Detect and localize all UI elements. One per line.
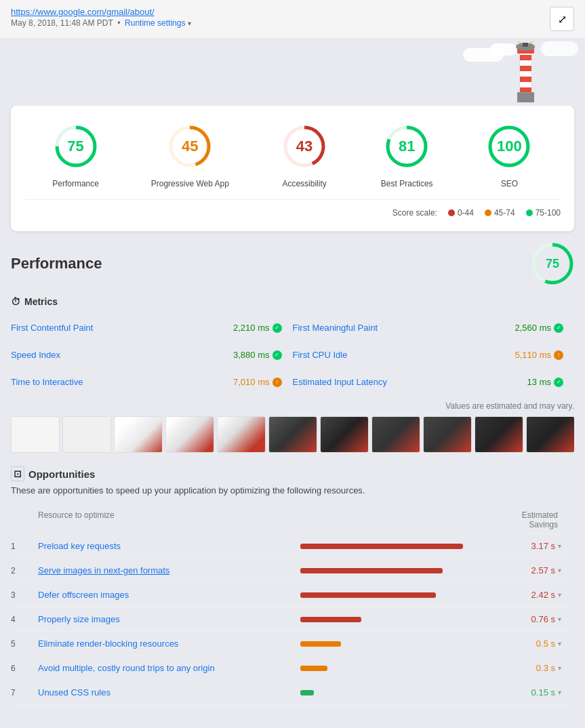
opp-number: 6	[11, 664, 38, 673]
score-item-performance: 75 Performance	[49, 119, 103, 188]
filmstrip-frame	[526, 416, 574, 453]
filmstrip-frame	[11, 416, 60, 453]
opp-savings: 3.17 s	[504, 541, 555, 551]
opp-name[interactable]: Eliminate render-blocking resources	[38, 639, 300, 649]
scale-item: 75-100	[526, 208, 561, 218]
opp-name[interactable]: Serve images in next-gen formats	[38, 565, 300, 575]
metric-name[interactable]: Time to Interactive	[11, 377, 83, 387]
score-scale-row: Score scale: 0-44 45-74 75-100	[24, 199, 561, 218]
opportunities-title: Opportunities	[28, 468, 95, 480]
filmstrip-frame	[371, 416, 420, 453]
opp-name[interactable]: Defer offscreen images	[38, 590, 300, 600]
opp-name[interactable]: Unused CSS rules	[38, 687, 300, 697]
metric-name[interactable]: Estimated Input Latency	[293, 377, 387, 387]
score-num-performance: 75	[67, 138, 83, 155]
chevron-down-icon[interactable]: ▾	[558, 664, 574, 672]
estimated-note: Values are estimated and may vary.	[11, 401, 574, 411]
metric-row: Speed Index 3,880 ms ✓	[11, 342, 293, 369]
svg-rect-4	[520, 77, 531, 82]
main-content: Performance 75 ⏱ Metrics First Contentfu…	[0, 231, 585, 716]
opp-bar	[300, 544, 463, 549]
opp-savings: 2.42 s	[504, 590, 555, 600]
metric-row: Estimated Input Latency 13 ms ✓	[293, 369, 575, 396]
scores-row: 75 Performance 45 Progressive Web App 43…	[24, 119, 561, 188]
page-url[interactable]: https://www.google.com/gmail/about/	[11, 7, 191, 17]
opp-number: 4	[11, 615, 38, 624]
opportunities-section: ⊡ Opportunities These are opportunities …	[11, 466, 574, 705]
opportunity-row: 3 Defer offscreen images 2.42 s ▾	[11, 583, 574, 607]
opp-bar-wrap	[300, 568, 504, 573]
share-icon: ⤢	[558, 13, 567, 26]
score-item-seo: 100 SEO	[482, 119, 536, 188]
opportunities-list: 1 Preload key requests 3.17 s ▾ 2 Serve …	[11, 534, 574, 705]
opportunity-row: 1 Preload key requests 3.17 s ▾	[11, 534, 574, 559]
chevron-down-icon[interactable]: ▾	[558, 640, 574, 647]
score-circle-performance: 75	[49, 119, 103, 174]
opp-number: 2	[11, 566, 38, 575]
scale-item: 45-74	[485, 208, 515, 218]
opp-bar	[300, 666, 327, 671]
opp-savings: 0.3 s	[504, 663, 555, 673]
opportunities-description: These are opportunities to speed up your…	[11, 485, 574, 496]
opp-bar-wrap	[300, 617, 504, 622]
dropdown-arrow: ▾	[188, 20, 191, 27]
svg-rect-3	[520, 66, 531, 71]
svg-rect-0	[517, 92, 534, 102]
opp-bar-wrap	[300, 641, 504, 647]
opp-savings: 0.5 s	[504, 639, 555, 649]
opp-savings: 2.57 s	[504, 565, 555, 575]
opp-name[interactable]: Preload key requests	[38, 541, 300, 551]
score-item-pwa: 45 Progressive Web App	[151, 119, 229, 188]
perf-score-value: 75	[546, 257, 559, 271]
svg-rect-10	[523, 43, 528, 47]
chevron-down-icon[interactable]: ▾	[558, 591, 574, 599]
metric-value: 5,110 ms !	[515, 350, 563, 360]
chevron-down-icon[interactable]: ▾	[558, 567, 574, 574]
status-dot-green: ✓	[273, 350, 282, 360]
chevron-down-icon[interactable]: ▾	[558, 542, 574, 550]
scale-range: 75-100	[536, 208, 561, 218]
metric-row: First CPU Idle 5,110 ms !	[293, 342, 575, 369]
scale-label: Score scale:	[392, 208, 437, 218]
opp-bar-wrap	[300, 690, 504, 695]
metric-name[interactable]: First CPU Idle	[293, 350, 348, 360]
col-resource-label: Resource to optimize	[38, 510, 300, 529]
status-dot-green: ✓	[554, 323, 563, 333]
chevron-down-icon[interactable]: ▾	[558, 689, 574, 696]
opp-bar	[300, 690, 314, 695]
score-num-pwa: 45	[182, 138, 198, 155]
metric-value: 3,880 ms ✓	[233, 350, 281, 360]
opp-number: 3	[11, 590, 38, 600]
metric-row: Time to Interactive 7,010 ms !	[11, 369, 293, 396]
chevron-down-icon[interactable]: ▾	[558, 615, 574, 623]
scale-dot	[448, 209, 455, 216]
score-circle-best_practices: 81	[380, 119, 434, 174]
opp-savings: 0.15 s	[504, 687, 555, 697]
metric-value: 2,560 ms ✓	[515, 323, 563, 333]
score-circle-accessibility: 43	[277, 119, 331, 174]
filmstrip-frame	[475, 416, 523, 453]
share-button[interactable]: ⤢	[550, 7, 574, 31]
metrics-title: Metrics	[24, 296, 58, 307]
metric-name[interactable]: First Contentful Paint	[11, 323, 93, 333]
scores-card: 75 Performance 45 Progressive Web App 43…	[11, 106, 574, 231]
filmstrip-frame	[165, 416, 214, 453]
runtime-settings-link[interactable]: Runtime settings	[125, 18, 185, 28]
col-bar	[300, 510, 504, 529]
opp-name[interactable]: Avoid multiple, costly round trips to an…	[38, 663, 300, 673]
col-chevron	[558, 510, 574, 529]
lighthouse-hero	[0, 38, 585, 106]
metric-value: 13 ms ✓	[527, 377, 563, 387]
svg-rect-5	[520, 87, 531, 92]
metric-name[interactable]: First Meaningful Paint	[293, 323, 378, 333]
metric-name[interactable]: Speed Index	[11, 350, 60, 360]
col-savings-label: Estimated Savings	[504, 510, 558, 529]
score-label-pwa: Progressive Web App	[151, 179, 229, 188]
header: https://www.google.com/gmail/about/ May …	[0, 0, 585, 38]
opportunity-row: 7 Unused CSS rules 0.15 s ▾	[11, 681, 574, 705]
score-num-accessibility: 43	[296, 138, 312, 155]
opportunities-icon: ⊡	[11, 466, 24, 481]
opportunity-row: 4 Properly size images 0.76 s ▾	[11, 607, 574, 632]
opp-name[interactable]: Properly size images	[38, 614, 300, 624]
metrics-header: ⏱ Metrics	[11, 296, 574, 307]
